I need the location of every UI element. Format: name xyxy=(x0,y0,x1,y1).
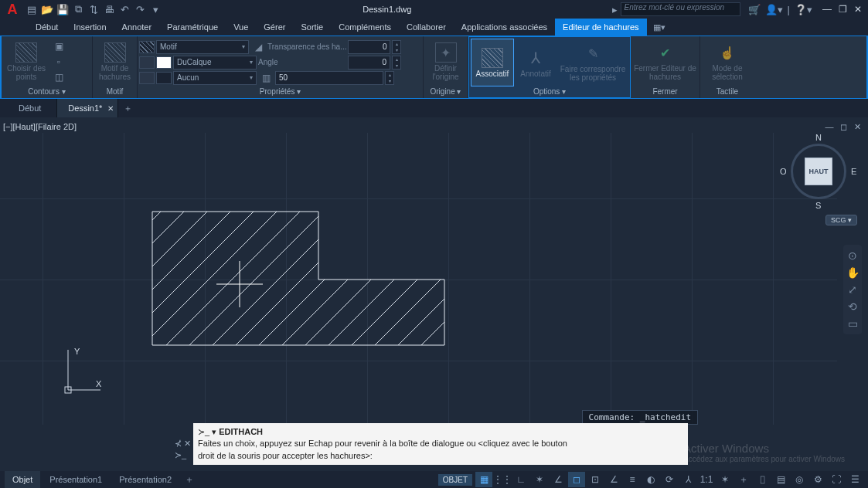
background-combo[interactable]: Aucun xyxy=(173,71,257,85)
orbit-icon[interactable]: ⟲ xyxy=(848,300,857,313)
remove-icon[interactable]: ▫ xyxy=(51,55,66,69)
workspace-icon[interactable]: ✶ xyxy=(717,472,734,487)
osnap-toggle-icon[interactable]: ◻ xyxy=(568,472,585,487)
scale-list-icon[interactable]: 1:1 xyxy=(698,472,715,487)
annoscale-icon[interactable]: ⅄ xyxy=(679,472,696,487)
hatch-type-combo[interactable]: Motif xyxy=(156,40,249,54)
polar-toggle-icon[interactable]: ✶ xyxy=(531,472,548,487)
layout-add-icon[interactable]: ＋ xyxy=(181,472,198,487)
lineweight-icon[interactable]: ≡ xyxy=(624,472,641,487)
menu-vue[interactable]: Vue xyxy=(226,19,256,36)
pick-points-button[interactable]: Choisir des points xyxy=(3,38,49,86)
scale-input[interactable]: 50 xyxy=(275,71,383,85)
set-origin-button[interactable]: ✦ Définir l'origine xyxy=(425,38,466,86)
match-props-button[interactable]: ✎ Faire correspondre les propriétés xyxy=(557,39,628,86)
viewcube-face[interactable]: HAUT xyxy=(805,158,832,185)
menu-hatch-editor[interactable]: Editeur de hachures xyxy=(555,19,646,36)
cmd-pin-icon[interactable]: ⊀ ✕ xyxy=(175,439,191,449)
isodraft-icon[interactable]: ∠ xyxy=(550,472,567,487)
angle-input[interactable]: 0 xyxy=(348,56,390,69)
transparency-icon[interactable]: ◐ xyxy=(642,472,659,487)
layer-combo[interactable]: DuCalque xyxy=(173,56,257,69)
redo-icon[interactable]: ↷ xyxy=(133,2,147,16)
menu-sortie[interactable]: Sortie xyxy=(293,19,331,36)
select-icon[interactable]: ▣ xyxy=(51,39,66,53)
viewcube-east[interactable]: E xyxy=(851,167,856,176)
cycling-icon[interactable]: ⟳ xyxy=(661,472,678,487)
cleanscreen-icon[interactable]: ⛶ xyxy=(828,472,845,487)
touch-mode-button[interactable]: ☝ Mode de sélection xyxy=(702,38,753,86)
full-nav-icon[interactable]: ⊙ xyxy=(848,249,857,262)
drawing-area[interactable]: [−][Haut][Filaire 2D] — ◻ ✕ Y X HAUT N S… xyxy=(0,117,868,471)
close-editor-button[interactable]: ✔ Fermer Editeur de hachures xyxy=(632,38,698,86)
zoom-extents-icon[interactable]: ⤢ xyxy=(848,283,857,296)
showmotion-icon[interactable]: ▭ xyxy=(848,317,858,330)
space-label[interactable]: OBJET xyxy=(438,474,472,486)
panel-contours-title[interactable]: Contours ▾ xyxy=(3,86,90,97)
customize-icon[interactable]: ☰ xyxy=(846,472,863,487)
minimize-button[interactable]: — xyxy=(820,3,834,15)
isolate-icon[interactable]: ◎ xyxy=(791,472,808,487)
scale-icon[interactable]: ▥ xyxy=(258,71,274,85)
annomonitor-icon[interactable]: ＋ xyxy=(735,472,752,487)
new-icon[interactable]: ▤ xyxy=(25,2,39,16)
hardware-icon[interactable]: ⚙ xyxy=(809,472,826,487)
layout-tab-objet[interactable]: Objet xyxy=(5,471,40,488)
command-line[interactable]: ≻_ ▾ EDITHACH Faites un choix, appuyez s… xyxy=(193,423,688,465)
otrack-icon[interactable]: ∠ xyxy=(605,472,622,487)
layout-tab-pres2[interactable]: Présentation2 xyxy=(111,471,179,488)
quickprops-icon[interactable]: ▤ xyxy=(772,472,789,487)
new-tab-button[interactable]: ＋ xyxy=(118,99,137,117)
help-icon[interactable]: ❔▾ xyxy=(795,4,812,15)
viewport-label[interactable]: [−][Haut][Filaire 2D] xyxy=(3,122,77,131)
menu-annoter[interactable]: Annoter xyxy=(114,19,160,36)
snap-toggle-icon[interactable]: ⋮⋮ xyxy=(494,472,511,487)
annotative-button[interactable]: ⅄ Annotatif xyxy=(516,39,556,86)
hatched-shape[interactable] xyxy=(116,187,580,457)
viewport-close-icon[interactable]: ✕ xyxy=(851,122,863,133)
color-picker-icon[interactable]: ◢ xyxy=(250,40,266,54)
menu-insertion[interactable]: Insertion xyxy=(66,19,114,36)
panel-origin-title[interactable]: Origine ▾ xyxy=(425,86,466,97)
menu-apps[interactable]: Applications associées xyxy=(454,19,555,36)
scale-spinner[interactable]: ▴▾ xyxy=(385,71,394,85)
restore-button[interactable]: ❐ xyxy=(836,3,849,15)
signin-icon[interactable]: 👤▾ xyxy=(765,4,783,15)
layout-tab-pres1[interactable]: Présentation1 xyxy=(42,471,110,488)
hatch-pattern-button[interactable]: Motif de hachures xyxy=(94,38,135,86)
units-icon[interactable]: ⌷ xyxy=(754,472,771,487)
menu-gerer[interactable]: Gérer xyxy=(256,19,293,36)
featured-apps-icon[interactable]: ▦▾ xyxy=(647,19,672,36)
undo-icon[interactable]: ↶ xyxy=(117,2,131,16)
close-button[interactable]: ✕ xyxy=(851,3,865,15)
menu-collaborer[interactable]: Collaborer xyxy=(399,19,454,36)
ortho-toggle-icon[interactable]: ∟ xyxy=(512,472,529,487)
recreate-icon[interactable]: ◫ xyxy=(51,70,66,84)
viewcube[interactable]: HAUT N S E O xyxy=(780,133,857,218)
cmd-prompt-icon[interactable]: ≻_ xyxy=(175,450,191,460)
cart-icon[interactable]: 🛒 xyxy=(748,4,761,15)
qat-dropdown-icon[interactable]: ▾ xyxy=(148,2,162,16)
ucs-badge[interactable]: SCG ▾ xyxy=(825,215,857,225)
saveas-icon[interactable]: ⧉ xyxy=(71,2,85,16)
associative-button[interactable]: Associatif xyxy=(471,39,514,86)
close-tab-icon[interactable]: ✕ xyxy=(107,104,114,113)
open-icon[interactable]: 📂 xyxy=(40,2,54,16)
app-logo[interactable]: A xyxy=(3,2,22,17)
file-tab-dessin1[interactable]: Dessin1* ✕ xyxy=(57,99,118,117)
viewport-min-icon[interactable]: — xyxy=(823,122,836,133)
panel-props-title[interactable]: Propriétés ▾ xyxy=(139,86,421,97)
3dosnap-icon[interactable]: ⊡ xyxy=(587,472,604,487)
viewcube-north[interactable]: N xyxy=(815,133,822,142)
viewport-max-icon[interactable]: ◻ xyxy=(837,122,849,133)
web-icon[interactable]: ⇅ xyxy=(87,2,100,16)
menu-debut[interactable]: Début xyxy=(28,19,66,36)
transparency-spinner[interactable]: ▴▾ xyxy=(392,40,401,54)
menu-parametrique[interactable]: Paramétrique xyxy=(159,19,226,36)
plot-icon[interactable]: 🖶 xyxy=(102,2,116,16)
grid-toggle-icon[interactable]: ▦ xyxy=(475,472,492,487)
viewcube-south[interactable]: S xyxy=(815,201,821,210)
search-input[interactable]: Entrez mot-clé ou expression xyxy=(621,2,740,16)
viewcube-west[interactable]: O xyxy=(780,167,787,176)
transparency-input[interactable]: 0 xyxy=(348,40,390,54)
